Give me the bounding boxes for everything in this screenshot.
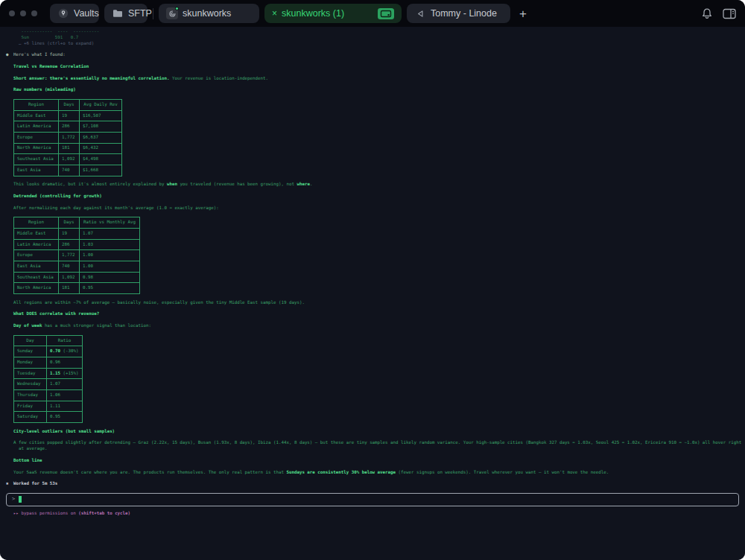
tab-label: Tommy - Linode bbox=[431, 8, 497, 19]
terminal-line: Sun 591 0.7 bbox=[13, 35, 739, 41]
app-window: Vaults SFTP skunkworks × skunkworks (1) bbox=[0, 0, 745, 560]
block-h: Bottom line bbox=[13, 458, 739, 464]
block-bullet: ✱Worked for 5m 53s bbox=[13, 481, 739, 487]
table-cell: 1.03 bbox=[80, 239, 140, 250]
session-icon bbox=[166, 7, 178, 19]
table-header-row: RegionDaysAvg Daily Rev bbox=[14, 99, 122, 110]
prompt-input[interactable]: > bbox=[6, 493, 739, 506]
data-table: RegionDaysAvg Daily RevMiddle East19$16,… bbox=[13, 99, 122, 176]
table-cell: $6,637 bbox=[80, 132, 122, 143]
tab-separator bbox=[153, 8, 153, 19]
bullet-icon: ✱ bbox=[6, 481, 9, 487]
table-cell: Southeast Asia bbox=[14, 272, 59, 283]
terminal[interactable]: ------------ ---- ---------- Sun 591 0.7… bbox=[0, 27, 745, 560]
table-cell: Monday bbox=[14, 357, 47, 369]
bullet-icon: ● bbox=[6, 52, 9, 58]
block-h: Raw numbers (misleading) bbox=[13, 87, 739, 93]
tab-label: Vaults bbox=[74, 8, 99, 19]
table-row: Latin America286$7,108 bbox=[14, 121, 122, 133]
table-header-cell: Ratio bbox=[47, 335, 83, 346]
terminal-line: Worked for 5m 53s bbox=[13, 481, 57, 486]
table-cell: 0.95 bbox=[80, 283, 140, 294]
new-tab-button[interactable]: + bbox=[519, 7, 527, 20]
table-cell: Europe bbox=[14, 132, 59, 143]
table-header-cell: Region bbox=[14, 217, 59, 229]
table-header-cell: Ratio vs Monthly Avg bbox=[80, 217, 140, 229]
tab-skunkworks-1-active[interactable]: × skunkworks (1) bbox=[264, 4, 402, 23]
prompt-chevron: > bbox=[12, 497, 15, 503]
table-row: Sunday0.70 (-30%) bbox=[14, 346, 83, 357]
block-p: After normalizing each day against its m… bbox=[13, 206, 739, 211]
window-maximize-button[interactable] bbox=[31, 10, 37, 16]
table-cell: 19 bbox=[59, 110, 80, 121]
terminal-line: ------------ ---- ---------- bbox=[13, 29, 739, 35]
table-cell: North America bbox=[14, 283, 59, 294]
window-minimize-button[interactable] bbox=[20, 10, 26, 16]
window-controls bbox=[9, 10, 37, 16]
bold-text: Sundays are consistently 30% below avera… bbox=[286, 470, 396, 474]
table-cell: 0.70 (-30%) bbox=[47, 346, 83, 357]
table-cell: 286 bbox=[59, 121, 80, 133]
block-h: Travel vs Revenue Correlation bbox=[13, 64, 739, 70]
table-cell: 19 bbox=[59, 228, 80, 239]
bell-icon[interactable] bbox=[701, 7, 713, 20]
table-row: Europe1,772$6,637 bbox=[14, 132, 122, 143]
terminal-line: A few cities popped slightly after detre… bbox=[13, 440, 739, 446]
fast-forward-icon: ▸▸ bbox=[13, 511, 19, 515]
table-header-cell: Days bbox=[59, 99, 80, 110]
block-p: Short answer: there's essentially no mea… bbox=[13, 76, 739, 82]
tab-sftp[interactable]: SFTP bbox=[104, 4, 148, 23]
tab-vaults[interactable]: Vaults bbox=[50, 4, 99, 23]
table-cell: Sunday bbox=[14, 346, 47, 357]
table-row: Latin America2861.03 bbox=[14, 239, 140, 250]
table-row: Thursday1.06 bbox=[14, 390, 83, 401]
table-cell: 1.00 bbox=[80, 250, 140, 261]
table-cell: 0.95 bbox=[47, 412, 83, 423]
table-row: Tuesday1.15 (+15%) bbox=[14, 368, 83, 379]
table-cell: Latin America bbox=[14, 121, 59, 133]
table-header-row: DayRatio bbox=[14, 335, 83, 346]
table-cell: Europe bbox=[14, 250, 59, 261]
table-cell: Tuesday bbox=[14, 368, 47, 379]
table-cell: 1.06 bbox=[47, 390, 83, 401]
block-p: This looks dramatic, but it's almost ent… bbox=[13, 182, 739, 188]
block-h: City-level outliers (but small samples) bbox=[13, 429, 739, 435]
tab-label: skunkworks (1) bbox=[282, 8, 344, 19]
table-row: Saturday0.95 bbox=[14, 412, 83, 423]
block-lines: A few cities popped slightly after detre… bbox=[13, 440, 739, 452]
bold-text: 1.15 bbox=[50, 371, 60, 375]
tab-tommy-linode[interactable]: Tommy - Linode bbox=[407, 4, 510, 23]
table-cell: Middle East bbox=[14, 110, 59, 121]
table-row: Friday1.11 bbox=[14, 401, 83, 412]
table-cell: 1,772 bbox=[59, 132, 80, 143]
table-row: East Asia740$1,668 bbox=[14, 165, 122, 176]
table-row: East Asia7401.00 bbox=[14, 261, 140, 272]
text-cursor bbox=[19, 496, 22, 503]
table-cell: $1,668 bbox=[80, 165, 122, 176]
tab-skunkworks[interactable]: skunkworks bbox=[159, 4, 259, 23]
close-tab-icon[interactable]: × bbox=[272, 9, 277, 18]
table-header-row: RegionDaysRatio vs Monthly Avg bbox=[14, 217, 140, 229]
table-cell: North America bbox=[14, 143, 59, 154]
table-cell: Middle East bbox=[14, 228, 59, 239]
table-cell: 1.00 bbox=[80, 261, 140, 272]
tabbar-right-icons bbox=[701, 7, 736, 20]
data-table: DayRatioSunday0.70 (-30%)Monday0.96Tuesd… bbox=[13, 335, 83, 423]
table-cell: $6,432 bbox=[80, 143, 122, 154]
table-cell: 740 bbox=[59, 261, 80, 272]
window-close-button[interactable] bbox=[9, 10, 15, 16]
host-icon bbox=[414, 7, 426, 19]
table-cell: Wednesday bbox=[14, 379, 47, 390]
table-row: Europe1,7721.00 bbox=[14, 250, 140, 261]
tab-label: skunkworks bbox=[183, 8, 231, 19]
table-cell: 1,092 bbox=[59, 154, 80, 165]
tab-label: SFTP bbox=[128, 8, 152, 19]
panel-toggle-icon[interactable] bbox=[723, 8, 736, 19]
tab-bar: Vaults SFTP skunkworks × skunkworks (1) bbox=[0, 0, 745, 27]
terminal-output: ------------ ---- ---------- Sun 591 0.7… bbox=[13, 29, 739, 487]
table-cell: 1.07 bbox=[47, 379, 83, 390]
table-cell: 1,772 bbox=[59, 250, 80, 261]
table-cell: Saturday bbox=[14, 412, 47, 423]
table-cell: $16,507 bbox=[80, 110, 122, 121]
table-cell: 0.96 bbox=[47, 357, 83, 369]
